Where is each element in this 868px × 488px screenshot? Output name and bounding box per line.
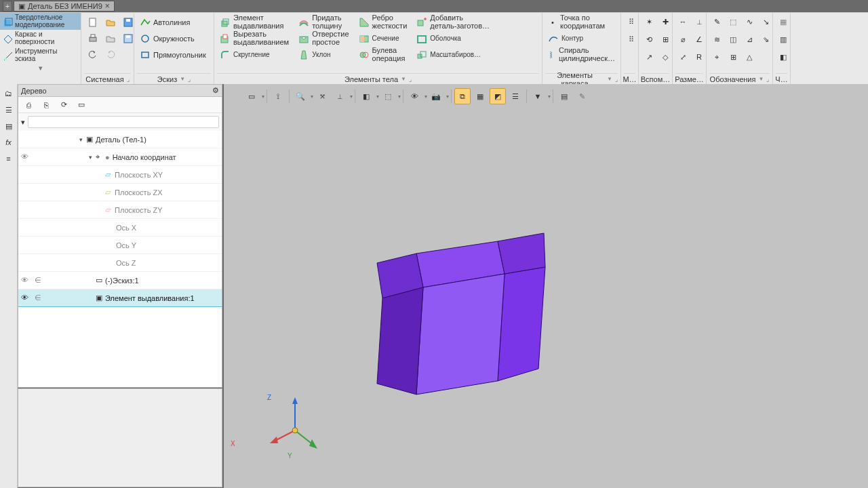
note-icon[interactable]: ⊞: [726, 49, 741, 64]
vp-edit-icon[interactable]: ✎: [574, 88, 590, 104]
vp-shaded-icon[interactable]: ◧: [358, 88, 374, 104]
vp-toggle2-icon[interactable]: ◩: [490, 88, 506, 104]
hole-button[interactable]: Отверстиепростое: [296, 30, 351, 47]
print-button[interactable]: [85, 31, 100, 46]
tree-search-input[interactable]: [28, 116, 219, 128]
aux-icon[interactable]: ◇: [658, 49, 673, 64]
eye-off-icon[interactable]: 👁: [21, 276, 31, 285]
vp-orient-icon[interactable]: ⤧: [314, 88, 330, 104]
dock-fx-icon[interactable]: fx: [2, 136, 16, 149]
dropdown-icon[interactable]: ▼: [180, 76, 185, 82]
vp-section-icon[interactable]: ▦: [472, 88, 488, 104]
tree-plane-zx[interactable]: ▱ Плоскость ZX: [18, 184, 222, 201]
mode-sketch-tools[interactable]: Инструменты эскиза: [0, 47, 81, 64]
note-icon[interactable]: ⇘: [758, 32, 773, 47]
dim-icon[interactable]: ↔: [675, 14, 690, 29]
redo-button[interactable]: [103, 47, 118, 62]
note-icon[interactable]: ✎: [709, 14, 724, 29]
eye-icon[interactable]: 👁: [21, 293, 31, 303]
group-launcher[interactable]: ⌟: [188, 76, 191, 83]
vp-toggle-icon[interactable]: ⧉: [454, 88, 471, 104]
note-icon[interactable]: ∿: [742, 14, 757, 29]
include-icon[interactable]: ∈: [35, 276, 41, 285]
section-button[interactable]: Сечение: [356, 30, 410, 47]
tree-extrusion[interactable]: 👁∈ ▣ Элемент выдавливания:1: [18, 289, 222, 307]
vp-normal-icon[interactable]: ⟂: [332, 88, 348, 104]
tree-tool-icon[interactable]: ⟳: [56, 98, 71, 113]
note-icon[interactable]: ◫: [726, 32, 741, 47]
cut-extrude-button[interactable]: Вырезатьвыдавливанием: [217, 30, 292, 47]
document-tab[interactable]: ▣ Деталь БЕЗ ИМЕНИ9 ×: [14, 1, 115, 12]
vp-zoom-icon[interactable]: 🔍: [292, 88, 309, 104]
point-by-coords-button[interactable]: •Точка покоординатам: [545, 14, 618, 30]
eye-off-icon[interactable]: 👁: [21, 152, 31, 162]
dropdown-icon[interactable]: ▼: [607, 76, 612, 82]
tree-axis-x[interactable]: Ось X: [18, 219, 222, 237]
dock-tree-icon[interactable]: 🗂: [2, 87, 16, 100]
tree-root[interactable]: ▾ ▣ Деталь (Тел-1): [18, 131, 222, 148]
close-icon[interactable]: ×: [105, 1, 110, 11]
draft-button[interactable]: Уклон: [296, 47, 351, 63]
dock-props-icon[interactable]: ☰: [2, 103, 16, 117]
tree-sketch[interactable]: 👁∈ ▭ (-)Эскиз:1: [18, 272, 222, 289]
note-icon[interactable]: △: [742, 49, 757, 64]
rectangle-button[interactable]: Прямоугольник: [137, 47, 211, 63]
contour-button[interactable]: Контур: [545, 30, 618, 47]
expand-icon[interactable]: ▾: [89, 154, 96, 161]
cube-model[interactable]: [369, 213, 559, 409]
vp-wireframe-icon[interactable]: ⬚: [380, 88, 396, 104]
ch-icon[interactable]: ▥: [776, 32, 791, 47]
scale-button[interactable]: Масштабиров…: [414, 47, 492, 63]
vp-filter-icon[interactable]: ▼: [530, 88, 546, 104]
save-button[interactable]: [121, 15, 136, 30]
tree-origin[interactable]: 👁 ▾ ⌖ ● Начало координат: [18, 148, 222, 166]
boolean-button[interactable]: Булеваоперация: [356, 47, 410, 63]
ch-icon[interactable]: ◧: [776, 49, 791, 64]
mode-wireframe[interactable]: Каркас и поверхности: [0, 30, 81, 47]
vp-grid-icon[interactable]: ▤: [556, 88, 572, 104]
include-icon[interactable]: ∈: [35, 293, 41, 302]
note-icon[interactable]: ↘: [758, 14, 773, 29]
autoline-button[interactable]: Автолиния: [137, 14, 211, 30]
extrude-button[interactable]: Элементвыдавливания: [217, 14, 292, 30]
new-tab-button[interactable]: +: [3, 1, 12, 12]
aux-icon[interactable]: ⊞: [658, 32, 673, 47]
dock-vars-icon[interactable]: ▤: [2, 119, 16, 133]
open-file-button[interactable]: [103, 15, 118, 30]
expand-icon[interactable]: ▾: [79, 136, 86, 143]
tree-plane-zy[interactable]: ▱ Плоскость ZY: [18, 201, 222, 219]
mode-more[interactable]: ▾: [0, 64, 81, 73]
vp-layers-icon[interactable]: ☰: [507, 88, 524, 104]
aux-icon[interactable]: ✚: [658, 14, 673, 29]
dropdown-icon[interactable]: ▼: [758, 76, 764, 82]
dim-icon[interactable]: R: [692, 49, 707, 64]
aux-icon[interactable]: ⟲: [642, 32, 656, 47]
vp-hide-icon[interactable]: 👁: [406, 88, 422, 104]
dropdown-icon[interactable]: ▼: [401, 76, 406, 82]
array-icon[interactable]: ⠿: [624, 14, 639, 29]
tree-axis-z[interactable]: Ось Z: [18, 254, 222, 272]
undo-button[interactable]: [85, 47, 100, 62]
aux-icon[interactable]: ✶: [642, 14, 656, 29]
group-launcher[interactable]: ⌟: [615, 76, 618, 83]
new-file-button[interactable]: [85, 15, 100, 30]
tree-tool-icon[interactable]: ⎘: [39, 98, 54, 113]
group-launcher[interactable]: ⌟: [766, 76, 769, 83]
group-launcher[interactable]: ⌟: [127, 76, 130, 83]
tree-tool-icon[interactable]: ▭: [74, 98, 89, 113]
group-launcher[interactable]: ⌟: [409, 76, 412, 83]
dim-icon[interactable]: ⟂: [692, 14, 707, 29]
note-icon[interactable]: ⊿: [742, 32, 757, 47]
note-icon[interactable]: ⌖: [709, 49, 724, 64]
note-icon[interactable]: ≋: [709, 32, 724, 47]
vp-select-icon[interactable]: ▭: [243, 88, 260, 104]
open-alt-button[interactable]: [103, 31, 118, 46]
array2-icon[interactable]: ⠿: [624, 32, 639, 47]
filter-icon[interactable]: ▾: [21, 118, 25, 127]
add-part-button[interactable]: Добавитьдеталь-заготов…: [414, 14, 492, 30]
tree-axis-y[interactable]: Ось Y: [18, 237, 222, 254]
3d-viewport[interactable]: ▭▾ ⟟ 🔍▾ ⤧ ⟂▾ ◧▾ ⬚▾ 👁▾ 📷▾ ⧉ ▦ ◩ ☰ ▼▾ ▤ ✎ …: [224, 84, 868, 488]
ch-icon[interactable]: ▦: [776, 14, 791, 29]
helix-button[interactable]: Спиральцилиндрическ…: [545, 47, 618, 63]
dock-menu-icon[interactable]: ≡: [2, 152, 16, 165]
